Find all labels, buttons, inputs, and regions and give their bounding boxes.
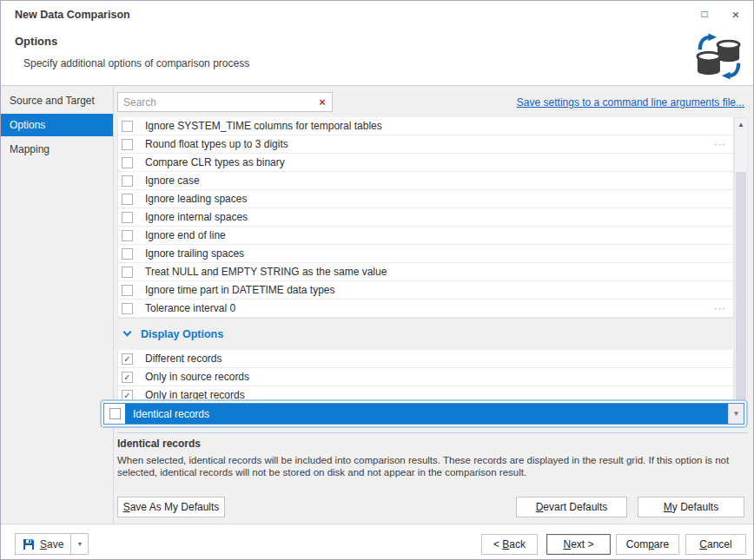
highlighted-row-inner: Identical records ▼ (103, 403, 744, 425)
checkbox-wrap (104, 404, 125, 424)
checkbox[interactable] (122, 139, 133, 150)
description-title: Identical records (117, 438, 748, 450)
checkbox[interactable] (109, 408, 121, 419)
next-button[interactable]: Next > (546, 534, 611, 555)
option-row[interactable]: Ignore end of line (118, 227, 733, 245)
option-label: Ignore time part in DATETIME data types (145, 284, 335, 296)
save-icon (23, 538, 35, 550)
checkbox[interactable] (122, 285, 133, 296)
option-description-panel: Identical records When selected, identic… (117, 432, 748, 478)
option-row[interactable]: Tolerance interval 0··· (118, 300, 733, 318)
option-row[interactable]: Ignore SYSTEM_TIME columns for temporal … (118, 117, 733, 135)
close-icon: × (732, 7, 740, 22)
sidebar-item-mapping[interactable]: Mapping (1, 138, 113, 161)
checkbox[interactable] (122, 175, 133, 187)
search-box[interactable]: × (117, 92, 333, 112)
identical-records-highlighted-row[interactable]: Identical records ▼ (100, 399, 748, 428)
option-row[interactable]: Ignore internal spaces (118, 208, 733, 227)
option-label: Ignore internal spaces (145, 211, 248, 223)
option-row[interactable]: ✓Only in source records (118, 368, 733, 386)
option-label: Ignore trailing spaces (145, 247, 244, 260)
checkbox[interactable] (122, 212, 133, 223)
cancel-button[interactable]: Cancel (685, 534, 746, 555)
ellipsis-button[interactable]: ··· (714, 303, 733, 313)
close-button[interactable]: × (722, 3, 750, 25)
option-label: Treat NULL and EMPTY STRING as the same … (145, 266, 387, 278)
new-data-comparison-dialog: New Data Comparison □ × Options Specify … (0, 0, 754, 560)
display-options-section-header[interactable]: Display Options (117, 318, 734, 350)
ellipsis-button[interactable]: ··· (714, 139, 733, 149)
display-options-list: ✓Different records ✓Only in source recor… (117, 350, 734, 405)
options-content: × Save settings to a command line argume… (114, 86, 753, 524)
save-button[interactable]: Save (15, 533, 71, 555)
save-menu-arrow-icon[interactable]: ▼ (71, 533, 89, 555)
maximize-button[interactable]: □ (691, 3, 718, 25)
page-subtitle: Specify additional options of comparison… (23, 57, 249, 69)
option-label: Only in source records (145, 371, 249, 383)
checkbox[interactable] (122, 230, 133, 241)
option-label: Round float types up to 3 digits (145, 138, 288, 150)
option-row[interactable]: Ignore case (118, 172, 733, 190)
save-label: Save (40, 538, 63, 550)
list-scrollbar[interactable]: ▲ (734, 117, 748, 405)
wizard-steps-sidebar: Source and Target Options Mapping (1, 86, 114, 524)
save-as-my-defaults-button[interactable]: Save As My Defaults (117, 497, 225, 517)
data-comparison-icon (696, 33, 743, 80)
checkbox[interactable] (122, 303, 133, 314)
option-row[interactable]: Ignore time part in DATETIME data types (118, 281, 733, 300)
maximize-icon: □ (701, 8, 707, 20)
compare-button[interactable]: Compare (616, 534, 679, 555)
sidebar-item-source-and-target[interactable]: Source and Target (1, 89, 113, 112)
checkbox[interactable] (122, 267, 133, 278)
chevron-down-icon (123, 328, 132, 337)
section-label: Display Options (141, 328, 223, 340)
scroll-up-icon[interactable]: ▲ (735, 118, 747, 131)
option-row[interactable]: Compare CLR types as binary (118, 154, 733, 172)
footer-bar: Save ▼ < Back Next > Compare Cancel (1, 524, 753, 560)
option-row[interactable]: Round float types up to 3 digits··· (118, 135, 733, 154)
option-row[interactable]: ✓Different records (118, 350, 733, 368)
sidebar-item-options[interactable]: Options (1, 114, 113, 136)
save-settings-link[interactable]: Save settings to a command line argument… (517, 96, 744, 109)
checkbox-checked[interactable]: ✓ (122, 353, 133, 365)
dropdown-arrow-icon[interactable]: ▼ (728, 404, 744, 424)
option-label: Ignore SYSTEM_TIME columns for temporal … (145, 120, 382, 132)
clear-search-icon[interactable]: × (313, 96, 332, 109)
option-row[interactable]: Ignore leading spaces (118, 190, 733, 208)
checkbox-checked[interactable]: ✓ (122, 372, 133, 383)
checkbox[interactable] (122, 194, 133, 205)
checkbox[interactable] (122, 157, 133, 168)
window-title: New Data Comparison (15, 9, 130, 21)
page-title: Options (15, 35, 57, 48)
option-row[interactable]: Treat NULL and EMPTY STRING as the same … (118, 263, 733, 281)
option-label: Ignore leading spaces (145, 193, 247, 205)
devart-defaults-button[interactable]: Devart Defaults (516, 497, 627, 517)
option-label: Compare CLR types as binary (145, 156, 285, 168)
checkbox[interactable] (122, 121, 133, 132)
wizard-header: Options Specify additional options of co… (1, 28, 753, 85)
my-defaults-button[interactable]: My Defaults (638, 497, 744, 517)
checkbox[interactable] (122, 248, 133, 260)
back-button[interactable]: < Back (481, 534, 538, 555)
save-split-button: Save ▼ (15, 533, 89, 555)
option-label: Different records (145, 352, 222, 365)
description-text: When selected, identical records will be… (117, 454, 748, 478)
scrollbar-thumb[interactable] (736, 172, 746, 405)
title-bar: New Data Comparison □ × (1, 1, 753, 28)
selected-option-label[interactable]: Identical records (125, 404, 728, 424)
option-label: Tolerance interval 0 (145, 302, 235, 314)
option-label: Ignore end of line (145, 229, 226, 241)
search-input[interactable] (118, 96, 313, 109)
option-label: Ignore case (145, 175, 200, 187)
options-list: Ignore SYSTEM_TIME columns for temporal … (117, 117, 734, 319)
main-area: Source and Target Options Mapping × Save… (1, 85, 753, 524)
option-row[interactable]: Ignore trailing spaces (118, 245, 733, 263)
